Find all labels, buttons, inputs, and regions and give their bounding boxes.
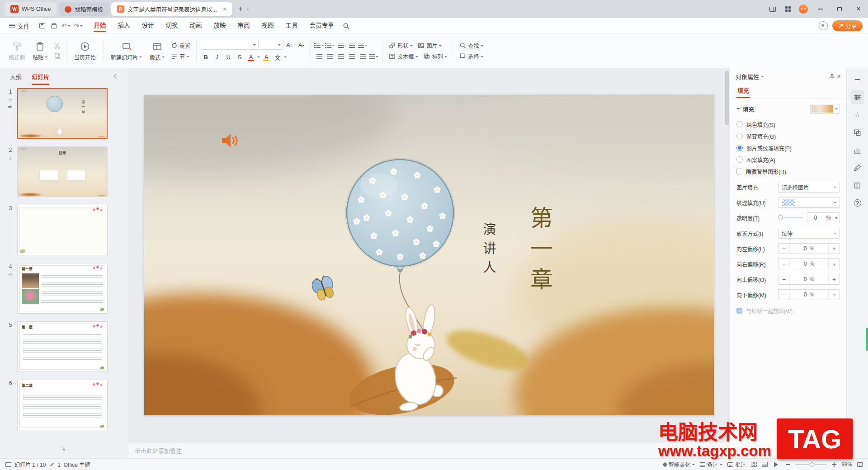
layout-caret-icon[interactable] xyxy=(162,56,165,59)
transparency-slider[interactable] xyxy=(778,212,804,223)
menu-slideshow[interactable]: 放映 xyxy=(208,18,231,33)
zoom-level[interactable]: 98% xyxy=(841,461,852,468)
tab-fill[interactable]: 填充 xyxy=(736,85,750,98)
increase-font-button[interactable]: A+ xyxy=(285,40,295,50)
collapse-sidebar-button[interactable] xyxy=(851,73,864,86)
shapes-button[interactable]: 形状 xyxy=(387,41,415,50)
zoom-slider[interactable] xyxy=(795,464,827,465)
slide-counter[interactable]: 幻灯片 1 / 10 xyxy=(14,461,46,468)
resource-library-button[interactable] xyxy=(851,179,864,192)
play-from-current-button[interactable]: 当页开始 xyxy=(71,40,99,62)
tab-slides[interactable]: 幻灯片 xyxy=(32,72,49,81)
menu-design[interactable]: 设计 xyxy=(136,18,160,33)
section-caret-icon[interactable] xyxy=(187,56,189,59)
add-slide-button[interactable]: + xyxy=(51,444,78,456)
design-tools-button[interactable] xyxy=(851,161,864,174)
picture-caret-icon[interactable] xyxy=(439,45,442,48)
arrange-caret-icon[interactable] xyxy=(444,56,447,59)
texture-fill-select[interactable] xyxy=(778,197,840,208)
slideshow-button[interactable] xyxy=(773,462,781,467)
strikethrough-button[interactable]: S xyxy=(235,52,245,62)
paste-button[interactable]: 粘贴 xyxy=(29,40,51,62)
offset-value[interactable]: 0 xyxy=(804,261,807,267)
new-slide-button[interactable]: 新建幻灯片 xyxy=(108,40,145,62)
favorites-button[interactable] xyxy=(851,108,864,122)
share-button[interactable]: 分享 xyxy=(832,20,863,31)
shapes-caret-icon[interactable] xyxy=(410,45,413,48)
increase-indent-button[interactable] xyxy=(347,41,357,50)
new-slide-caret-icon[interactable] xyxy=(139,56,142,59)
comments-button[interactable]: 批注 xyxy=(727,461,746,468)
numbered-list-button[interactable] xyxy=(326,41,335,50)
fill-preview-dropdown[interactable] xyxy=(810,104,840,114)
bold-button[interactable]: B xyxy=(201,52,211,62)
print-button[interactable] xyxy=(48,20,59,31)
slide-thumbnail-4[interactable]: 第一章 xyxy=(17,263,108,314)
tab-docer-templates[interactable]: 找稻壳模板 xyxy=(59,2,109,16)
tab-outline[interactable]: 大纲 xyxy=(10,72,22,81)
close-panel-icon[interactable]: × xyxy=(837,73,841,80)
transparency-input[interactable]: 0 % xyxy=(807,212,840,223)
picture-button[interactable]: 图片 xyxy=(416,41,443,50)
close-tab-icon[interactable]: × xyxy=(223,6,226,12)
zoom-out-button[interactable] xyxy=(786,464,790,465)
decrease-indent-button[interactable] xyxy=(336,41,346,50)
menu-insert[interactable]: 插入 xyxy=(112,18,136,33)
textbox-button[interactable]: 文本框 xyxy=(387,52,420,61)
apps-button[interactable] xyxy=(780,0,796,18)
char-effects-caret-icon[interactable] xyxy=(284,56,287,59)
offset-left-stepper[interactable]: − 0% + xyxy=(778,243,840,254)
menu-home[interactable]: 开始 xyxy=(88,18,112,33)
slide-speaker-label[interactable]: 演讲人 xyxy=(479,222,498,279)
option-pattern-fill[interactable]: 图案填充(A) xyxy=(736,154,840,165)
chart-helper-button[interactable] xyxy=(851,143,864,157)
copy-button[interactable] xyxy=(52,52,62,60)
tab-active-document[interactable]: P 文字是人类用符号记录表达信息以... × xyxy=(111,2,232,16)
maximize-button[interactable] xyxy=(830,0,849,18)
slide-chapter-title[interactable]: 第一章 xyxy=(523,206,556,298)
theme-skin-icon[interactable] xyxy=(819,21,828,30)
pin-icon[interactable] xyxy=(829,74,835,80)
menu-member[interactable]: 会员专享 xyxy=(303,18,340,33)
distribute-button[interactable] xyxy=(358,52,368,61)
option-gradient-fill[interactable]: 渐变填充(G) xyxy=(736,130,840,142)
zoom-slider-handle[interactable] xyxy=(810,462,814,467)
decrement-button[interactable]: − xyxy=(778,274,789,284)
reading-view-button[interactable] xyxy=(762,462,768,467)
line-spacing-button[interactable] xyxy=(358,41,368,50)
option-picture-fill[interactable]: 图片或纹理填充(P) xyxy=(736,142,840,154)
help-button[interactable]: ? xyxy=(851,196,864,210)
align-center-button[interactable] xyxy=(326,52,335,61)
panel-title-caret-icon[interactable] xyxy=(761,76,764,79)
font-size-select[interactable] xyxy=(260,40,283,50)
file-menu-button[interactable]: 文件 xyxy=(5,22,33,30)
offset-value[interactable]: 0 xyxy=(804,276,807,282)
section-button[interactable]: 节 xyxy=(169,52,192,61)
option-solid-fill[interactable]: 纯色填充(S) xyxy=(736,118,840,130)
cut-button[interactable] xyxy=(52,42,62,50)
italic-button[interactable]: I xyxy=(212,52,222,62)
offset-right-stepper[interactable]: − 0% + xyxy=(778,258,840,269)
fill-section-header[interactable]: 填充 xyxy=(736,105,754,113)
decrement-button[interactable]: − xyxy=(778,259,789,269)
bullet-list-button[interactable] xyxy=(315,41,324,50)
canvas-scrollbar[interactable] xyxy=(725,71,729,439)
object-properties-button[interactable] xyxy=(851,90,864,104)
offset-value[interactable]: 0 xyxy=(804,291,807,298)
slide-thumbnail-6[interactable]: 第二章 xyxy=(17,380,108,430)
decrease-font-button[interactable]: A- xyxy=(296,40,306,50)
offset-top-stepper[interactable]: − 0% + xyxy=(778,274,840,285)
fit-to-window-icon[interactable] xyxy=(857,462,863,467)
collapse-panel-icon[interactable] xyxy=(113,74,118,79)
undo-button[interactable]: ↶ xyxy=(60,20,72,31)
search-button[interactable] xyxy=(340,20,352,31)
transparency-stepper[interactable] xyxy=(833,213,840,223)
align-right-button[interactable] xyxy=(336,52,346,61)
find-button[interactable]: 查找 xyxy=(458,41,485,50)
notes-bar[interactable]: 单击此处添加备注 xyxy=(128,442,730,458)
tab-wps-home[interactable]: W WPS Office xyxy=(5,2,57,16)
normal-view-button[interactable] xyxy=(751,462,757,467)
step-down-icon[interactable] xyxy=(835,218,838,221)
underline-button[interactable]: U xyxy=(223,52,233,62)
columns-button[interactable] xyxy=(369,52,378,61)
